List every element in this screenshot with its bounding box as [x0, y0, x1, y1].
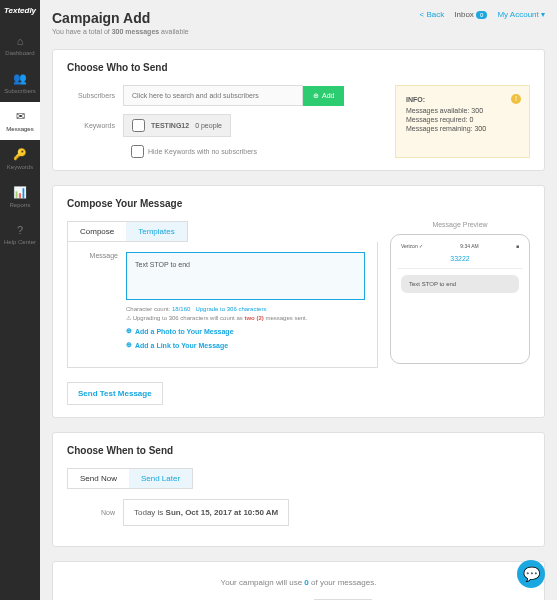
- message-textarea[interactable]: Text STOP to end: [126, 252, 365, 300]
- send-test-button[interactable]: Send Test Message: [67, 382, 163, 405]
- preview-bubble: Text STOP to end: [401, 275, 519, 293]
- account-menu[interactable]: My Account ▾: [497, 10, 545, 19]
- page-header: Campaign Add You have a total of 300 mes…: [52, 10, 545, 35]
- nav-label: Reports: [9, 202, 30, 208]
- compose-title: Compose Your Message: [67, 198, 530, 209]
- subscriber-search-input[interactable]: [123, 85, 303, 106]
- when-title: Choose When to Send: [67, 445, 530, 456]
- nav-help[interactable]: ?Help Center: [0, 216, 40, 253]
- dashboard-icon: ⌂: [17, 35, 24, 47]
- add-photo-link[interactable]: ⊕Add a Photo to Your Message: [126, 327, 365, 335]
- hide-keywords-label: Hide Keywords with no subscribers: [148, 148, 257, 155]
- tab-compose[interactable]: Compose: [68, 222, 126, 241]
- who-card: Choose Who to Send Subscribers ⊕Add Keyw…: [52, 49, 545, 171]
- nav-label: Keywords: [7, 164, 33, 170]
- nav-label: Subscribers: [4, 88, 36, 94]
- main-content: Campaign Add You have a total of 300 mes…: [40, 0, 557, 600]
- compose-card: Compose Your Message Compose Templates M…: [52, 185, 545, 418]
- keyword-checkbox[interactable]: [132, 119, 145, 132]
- message-label: Message: [80, 252, 126, 259]
- now-label: Now: [67, 509, 123, 516]
- when-card: Choose When to Send Send Now Send Later …: [52, 432, 545, 547]
- subscribers-label: Subscribers: [67, 92, 123, 99]
- brand-logo: Textedly: [4, 6, 36, 15]
- upgrade-link[interactable]: Upgrade to 306 characters: [195, 306, 266, 312]
- page-subtitle: You have a total of 300 messages availab…: [52, 28, 189, 35]
- nav-label: Help Center: [4, 239, 36, 245]
- who-title: Choose Who to Send: [67, 62, 530, 73]
- inbox-badge: 0: [476, 11, 487, 19]
- back-link[interactable]: < Back: [420, 10, 445, 19]
- nav-dashboard[interactable]: ⌂Dashboard: [0, 27, 40, 64]
- add-subscriber-button[interactable]: ⊕Add: [303, 86, 344, 106]
- info-icon: !: [511, 94, 521, 104]
- nav-label: Messages: [6, 126, 33, 132]
- info-panel: ! INFO: Messages available: 300 Messages…: [395, 85, 530, 158]
- tab-templates[interactable]: Templates: [126, 222, 186, 241]
- chat-widget-button[interactable]: 💬: [517, 560, 545, 588]
- plus-icon: ⊕: [126, 341, 132, 349]
- footer-card: Your campaign will use 0 of your message…: [52, 561, 545, 600]
- battery-icon: ■: [516, 243, 519, 249]
- hide-keywords-checkbox[interactable]: [131, 145, 144, 158]
- nav-messages[interactable]: ✉Messages: [0, 102, 40, 140]
- reports-icon: 📊: [13, 186, 27, 199]
- sidebar: Textedly ⌂Dashboard 👥Subscribers ✉Messag…: [0, 0, 40, 600]
- nav-label: Dashboard: [5, 50, 34, 56]
- now-datetime: Today is Sun, Oct 15, 2017 at 10:50 AM: [123, 499, 289, 526]
- keyword-chip[interactable]: TESTING120 people: [123, 114, 231, 137]
- preview-title: Message Preview: [390, 221, 530, 228]
- upgrade-note: ⚠ Upgrading to 306 characters will count…: [126, 314, 365, 321]
- char-count: Character count: 18/160 Upgrade to 306 c…: [126, 306, 365, 312]
- phone-preview: Verizon ✓9:34 AM■ 33222 Text STOP to end: [390, 234, 530, 364]
- plus-icon: ⊕: [126, 327, 132, 335]
- plus-icon: ⊕: [313, 92, 319, 100]
- messages-icon: ✉: [16, 110, 25, 123]
- keywords-label: Keywords: [67, 122, 123, 129]
- add-link-link[interactable]: ⊕Add a Link to Your Message: [126, 341, 365, 349]
- footer-message: Your campaign will use 0 of your message…: [53, 578, 544, 587]
- page-title: Campaign Add: [52, 10, 189, 26]
- keywords-icon: 🔑: [13, 148, 27, 161]
- chat-icon: 💬: [523, 566, 540, 582]
- help-icon: ?: [17, 224, 23, 236]
- tab-send-now[interactable]: Send Now: [68, 469, 129, 488]
- tab-send-later[interactable]: Send Later: [129, 469, 192, 488]
- nav-keywords[interactable]: 🔑Keywords: [0, 140, 40, 178]
- inbox-link[interactable]: Inbox 0: [454, 10, 487, 19]
- nav-subscribers[interactable]: 👥Subscribers: [0, 64, 40, 102]
- phone-number: 33222: [397, 255, 523, 269]
- subscribers-icon: 👥: [13, 72, 27, 85]
- nav-reports[interactable]: 📊Reports: [0, 178, 40, 216]
